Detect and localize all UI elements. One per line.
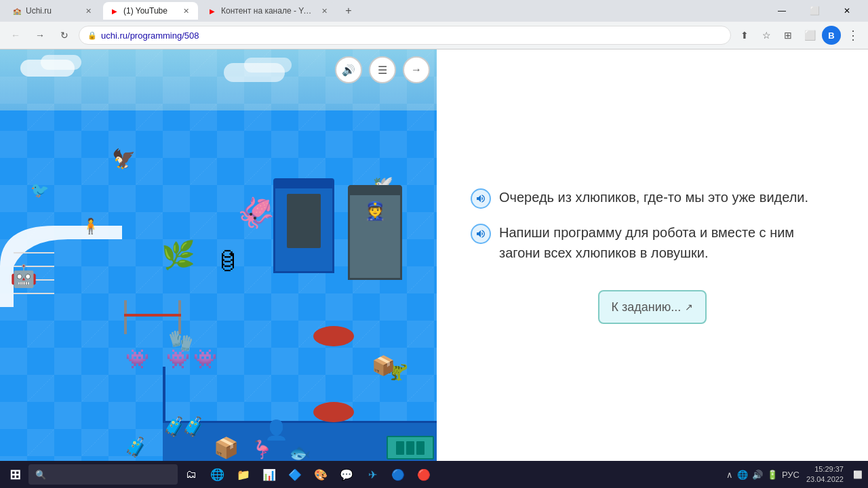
tab-title-studio: Контент на канале - YouTube St... (221, 6, 315, 16)
red-creature: 🦑 (237, 195, 275, 230)
profile-button[interactable]: B (822, 26, 841, 45)
lock-icon: 🔒 (87, 31, 97, 40)
sound-button-1[interactable] (471, 188, 491, 209)
taskbar-app-premiere[interactable]: 🎨 (309, 462, 333, 487)
fish-character: 🐟 (289, 443, 311, 462)
tab-youtube[interactable]: ▶ (1) YouTube ✕ (103, 2, 198, 20)
info-text-1: Очередь из хлюпиков, где-то мы это уже в… (499, 187, 808, 207)
tab-uchiru[interactable]: 🏫 Uchi.ru ✕ (5, 2, 100, 20)
platform-wall (163, 367, 165, 421)
taskbar: ⊞ 🔍 🗂 🌐 📁 📊 🔷 🎨 💬 ✈ 🔵 🔴 ∧ 🌐 🔊 🔋 РУС 15:2… (0, 461, 868, 488)
taskbar-app-teams[interactable]: 💬 (334, 462, 359, 487)
title-bar: 🏫 Uchi.ru ✕ ▶ (1) YouTube ✕ ▶ Контент на… (0, 0, 868, 22)
new-tab-button[interactable]: + (339, 1, 358, 20)
share-icon[interactable]: ⬆ (735, 26, 754, 45)
taskbar-app-telegram[interactable]: ✈ (360, 462, 384, 487)
go-to-task-button[interactable]: К заданию... ↗ (598, 290, 707, 324)
page-content: 🌿 🛢 🦅 🐦 🦑 🕊️ 👮 👾 👾 👾 🧤 🦖 📦 (0, 49, 868, 462)
person-escalator: 🧍 (81, 218, 100, 235)
salmon-character: 🦩 (251, 439, 273, 460)
forward-button[interactable]: → (30, 25, 50, 45)
red-trap-1 (313, 326, 354, 346)
green-box: 📦 (372, 354, 395, 377)
taskbar-app-record[interactable]: 🔴 (412, 462, 436, 487)
crate-box: 📦 (214, 436, 239, 460)
info-panel: Очередь из хлюпиков, где-то мы это уже в… (437, 49, 868, 462)
minimize-button[interactable]: — (766, 0, 797, 22)
tab-favicon-youtube: ▶ (110, 6, 119, 16)
robot-character: 🤖 (10, 263, 37, 289)
pink-suitcase: 🧳 (124, 436, 148, 458)
tab-close-studio[interactable]: ✕ (319, 5, 330, 16)
info-line-2: Напиши программу для робота и вместе с н… (471, 222, 834, 263)
taskbar-app-chrome[interactable]: 🔵 (386, 462, 410, 487)
teal-crates (387, 436, 434, 460)
green-monster-1: 👾 (125, 348, 149, 370)
search-icon-taskbar: 🔍 (35, 470, 46, 480)
info-line-1: Очередь из хлюпиков, где-то мы это уже в… (471, 187, 834, 209)
tab-favicon-uchiru: 🏫 (12, 6, 22, 16)
browser-chrome: 🏫 Uchi.ru ✕ ▶ (1) YouTube ✕ ▶ Контент на… (0, 0, 868, 49)
info-text-2: Напиши программу для робота и вместе с н… (499, 222, 834, 263)
tray-up-arrow[interactable]: ∧ (726, 470, 733, 480)
tray-sound[interactable]: 🔊 (752, 470, 763, 480)
address-bar[interactable]: 🔒 uchi.ru/programming/508 (79, 26, 731, 45)
tray-lang: РУС (782, 470, 800, 480)
taskbar-app-explorer[interactable]: 📁 (231, 462, 256, 487)
taskbar-app-code[interactable]: 🔷 (283, 462, 307, 487)
menu-button[interactable]: ⋮ (844, 26, 863, 45)
start-button[interactable]: ⊞ (3, 462, 27, 487)
sound-icon-1 (475, 193, 486, 204)
tray-battery[interactable]: 🔋 (767, 470, 778, 480)
plant-decor: 🌿 (161, 239, 195, 271)
game-controls: 🔊 ☰ → (335, 56, 430, 83)
taskbar-app-browser[interactable]: 🌐 (205, 462, 230, 487)
barrel-object: 🛢 (216, 247, 240, 276)
game-sound-button[interactable]: 🔊 (335, 56, 362, 83)
crow-character: 🦅 (112, 148, 136, 170)
address-text: uchi.ru/programming/508 (101, 30, 722, 41)
tab-title-uchiru: Uchi.ru (26, 6, 79, 16)
tray-network[interactable]: 🌐 (737, 470, 748, 480)
taskbar-app-files[interactable]: 🗂 (179, 462, 203, 487)
sound-button-2[interactable] (471, 224, 491, 244)
reload-button[interactable]: ↻ (54, 25, 75, 45)
security-booth: 👮 (348, 185, 402, 280)
tab-youtube-studio[interactable]: ▶ Контент на канале - YouTube St... ✕ (201, 2, 336, 20)
cursor-icon: ↗ (685, 302, 693, 312)
sys-tray-icons: ∧ 🌐 🔊 🔋 РУС (726, 470, 800, 480)
building-entrance (273, 178, 334, 273)
back-button[interactable]: ← (5, 25, 26, 45)
toolbar-icons: ⬆ ☆ ⊞ ⬜ B ⋮ (735, 26, 863, 45)
sound-icon-2 (475, 228, 486, 239)
taskbar-search[interactable]: 🔍 (28, 464, 178, 485)
worker-character: 👤 (264, 419, 288, 441)
red-trap-2 (313, 402, 354, 422)
blue-suitcase-2: 🧳 (182, 415, 205, 438)
taskbar-app-powerpoint[interactable]: 📊 (257, 462, 281, 487)
game-list-button[interactable]: ☰ (369, 56, 396, 83)
show-desktop-btn[interactable]: ⬜ (850, 470, 865, 479)
action-btn-label: К заданию... (612, 300, 682, 314)
game-exit-button[interactable]: → (403, 56, 430, 83)
close-button[interactable]: ✕ (831, 0, 863, 22)
tab-favicon-studio: ▶ (208, 6, 217, 16)
pink-bird: 🐦 (31, 182, 49, 199)
tab-title-youtube: (1) YouTube (123, 6, 176, 16)
bookmark-icon[interactable]: ☆ (757, 26, 776, 45)
taskbar-clock[interactable]: 15:29:37 23.04.2022 (802, 464, 848, 485)
game-area: 🌿 🛢 🦅 🐦 🦑 🕊️ 👮 👾 👾 👾 🧤 🦖 📦 (0, 49, 437, 462)
tab-close-youtube[interactable]: ✕ (180, 5, 191, 16)
yellow-glove: 🧤 (168, 329, 193, 352)
tab-close-uchiru[interactable]: ✕ (83, 5, 94, 16)
taskbar-right: ∧ 🌐 🔊 🔋 РУС 15:29:37 23.04.2022 ⬜ (726, 464, 865, 485)
green-monster-3: 👾 (193, 348, 217, 370)
nav-bar: ← → ↻ 🔒 uchi.ru/programming/508 ⬆ ☆ ⊞ ⬜ … (0, 22, 868, 49)
extensions-icon[interactable]: ⊞ (778, 26, 797, 45)
window-controls: — ⬜ ✕ (766, 0, 863, 22)
tab-search-icon[interactable]: ⬜ (800, 26, 819, 45)
maximize-button[interactable]: ⬜ (799, 0, 830, 22)
clock-date: 23.04.2022 (806, 474, 844, 485)
clock-time: 15:29:37 (814, 464, 844, 474)
